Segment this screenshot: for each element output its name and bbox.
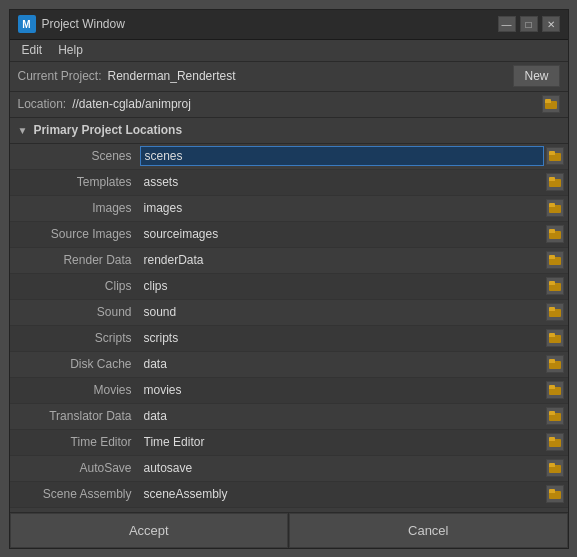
table-row: Movies (10, 378, 568, 404)
folder-icon (549, 385, 561, 395)
field-input[interactable] (140, 432, 544, 452)
table-row: Scripts (10, 326, 568, 352)
folder-icon (549, 281, 561, 291)
field-input[interactable] (140, 250, 544, 270)
footer: Accept Cancel (10, 512, 568, 548)
folder-icon (549, 463, 561, 473)
menu-edit[interactable]: Edit (14, 42, 51, 58)
field-input[interactable] (140, 276, 544, 296)
menu-help[interactable]: Help (50, 42, 91, 58)
field-browse-button[interactable] (546, 459, 564, 477)
field-label: Scenes (10, 149, 140, 163)
field-label: Source Images (10, 227, 140, 241)
folder-icon (549, 359, 561, 369)
field-label: Images (10, 201, 140, 215)
table-row: Images (10, 196, 568, 222)
folder-icon (549, 177, 561, 187)
location-value: //daten-cglab/animproj (72, 97, 541, 111)
section-header[interactable]: ▼ Primary Project Locations (10, 118, 568, 144)
field-browse-button[interactable] (546, 407, 564, 425)
title-bar: M Project Window — □ ✕ (10, 10, 568, 40)
close-button[interactable]: ✕ (542, 16, 560, 32)
field-input[interactable] (140, 328, 544, 348)
fields-container: ScenesTemplatesImagesSource ImagesRender… (10, 144, 568, 512)
field-browse-button[interactable] (546, 355, 564, 373)
current-project-row: Current Project: Renderman_Rendertest Ne… (10, 62, 568, 92)
field-label: Templates (10, 175, 140, 189)
field-input[interactable] (140, 380, 544, 400)
folder-icon (549, 229, 561, 239)
field-label: Time Editor (10, 435, 140, 449)
folder-icon (549, 307, 561, 317)
field-input[interactable] (140, 224, 544, 244)
folder-icon (549, 255, 561, 265)
field-input[interactable] (140, 406, 544, 426)
field-label: Scripts (10, 331, 140, 345)
field-browse-button[interactable] (546, 147, 564, 165)
field-label: Disk Cache (10, 357, 140, 371)
field-label: Clips (10, 279, 140, 293)
folder-icon (549, 437, 561, 447)
table-row: Disk Cache (10, 352, 568, 378)
folder-icon (549, 411, 561, 421)
field-browse-button[interactable] (546, 303, 564, 321)
field-input[interactable] (140, 172, 544, 192)
menu-bar: Edit Help (10, 40, 568, 62)
field-label: Scene Assembly (10, 487, 140, 501)
window-title: Project Window (42, 17, 498, 31)
folder-icon (549, 151, 561, 161)
section-title: Primary Project Locations (33, 123, 182, 137)
table-row: Clips (10, 274, 568, 300)
field-input[interactable] (140, 458, 544, 478)
field-label: Movies (10, 383, 140, 397)
title-controls: — □ ✕ (498, 16, 560, 32)
table-row: Scenes (10, 144, 568, 170)
field-label: AutoSave (10, 461, 140, 475)
minimize-button[interactable]: — (498, 16, 516, 32)
field-input[interactable] (140, 146, 544, 166)
folder-icon (549, 203, 561, 213)
field-label: Render Data (10, 253, 140, 267)
current-project-label: Current Project: (18, 69, 102, 83)
field-browse-button[interactable] (546, 485, 564, 503)
field-browse-button[interactable] (546, 199, 564, 217)
field-input[interactable] (140, 198, 544, 218)
field-browse-button[interactable] (546, 173, 564, 191)
folder-icon (545, 99, 557, 109)
table-row: Translator Data (10, 404, 568, 430)
field-label: Sound (10, 305, 140, 319)
field-input[interactable] (140, 484, 544, 504)
table-row: AutoSave (10, 456, 568, 482)
table-row: Source Images (10, 222, 568, 248)
field-browse-button[interactable] (546, 277, 564, 295)
field-browse-button[interactable] (546, 433, 564, 451)
folder-icon (549, 333, 561, 343)
cancel-button[interactable]: Cancel (289, 513, 568, 548)
new-button[interactable]: New (513, 65, 559, 87)
table-row: Scene Assembly (10, 482, 568, 508)
field-input[interactable] (140, 302, 544, 322)
field-browse-button[interactable] (546, 225, 564, 243)
table-row: Sound (10, 300, 568, 326)
location-browse-button[interactable] (542, 95, 560, 113)
location-label: Location: (18, 97, 67, 111)
table-row: Render Data (10, 248, 568, 274)
field-browse-button[interactable] (546, 251, 564, 269)
current-project-value: Renderman_Rendertest (108, 69, 514, 83)
folder-icon (549, 489, 561, 499)
field-input[interactable] (140, 354, 544, 374)
app-icon: M (18, 15, 36, 33)
project-window: M Project Window — □ ✕ Edit Help Current… (9, 9, 569, 549)
field-browse-button[interactable] (546, 329, 564, 347)
table-row: Templates (10, 170, 568, 196)
section-arrow: ▼ (18, 125, 28, 136)
content-area: ScenesTemplatesImagesSource ImagesRender… (10, 144, 568, 512)
table-row: Time Editor (10, 430, 568, 456)
field-browse-button[interactable] (546, 381, 564, 399)
field-label: Translator Data (10, 409, 140, 423)
location-row: Location: //daten-cglab/animproj (10, 92, 568, 118)
accept-button[interactable]: Accept (10, 513, 289, 548)
maximize-button[interactable]: □ (520, 16, 538, 32)
